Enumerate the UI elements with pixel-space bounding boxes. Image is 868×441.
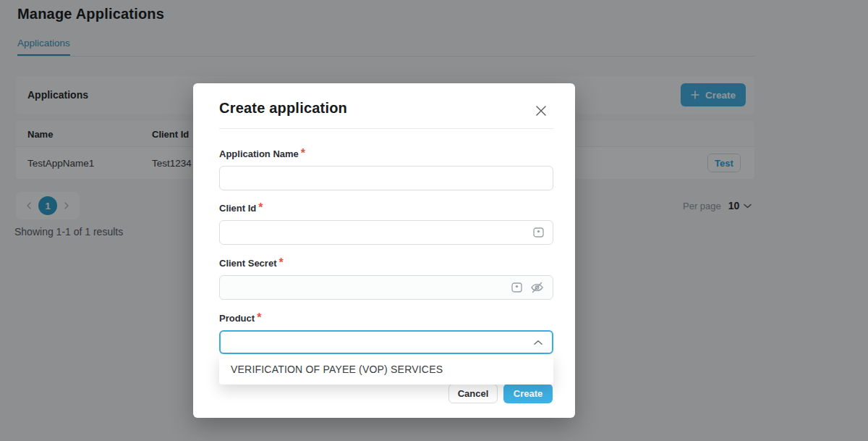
modal-header-divider <box>219 128 553 129</box>
client-secret-label: Client Secret <box>219 258 276 269</box>
manage-applications-page: Manage Applications Applications Applica… <box>0 0 868 441</box>
autofill-icon[interactable] <box>511 282 522 293</box>
create-submit-button[interactable]: Create <box>503 384 553 403</box>
product-label: Product <box>219 313 255 324</box>
client-id-input[interactable] <box>220 221 553 244</box>
product-select[interactable] <box>219 330 553 354</box>
client-secret-input[interactable] <box>220 276 553 299</box>
field-client-secret: Client Secret* <box>219 256 553 300</box>
chevron-up-icon <box>534 340 542 345</box>
client-id-label: Client Id <box>219 203 256 214</box>
product-dropdown-menu: VERIFICATION OF PAYEE (VOP) SERVICES <box>219 354 553 385</box>
modal-title: Create application <box>219 100 347 117</box>
field-application-name: Application Name* <box>219 147 553 190</box>
application-name-input-wrap <box>219 166 553 190</box>
field-product: Product* <box>219 311 553 354</box>
required-asterisk: * <box>258 201 263 214</box>
dropdown-option-vop-services[interactable]: VERIFICATION OF PAYEE (VOP) SERVICES <box>219 354 553 385</box>
required-asterisk: * <box>257 311 261 324</box>
close-icon <box>535 105 547 117</box>
create-application-modal: Create application Application Name* Cli… <box>193 83 575 418</box>
field-client-id: Client Id* <box>219 201 553 245</box>
toggle-password-visibility-button[interactable] <box>530 282 544 293</box>
application-name-input[interactable] <box>220 167 553 190</box>
modal-close-button[interactable] <box>534 104 548 118</box>
eye-slash-icon <box>530 282 544 293</box>
cancel-button[interactable]: Cancel <box>448 384 498 403</box>
application-name-label: Application Name <box>219 148 299 159</box>
autofill-icon[interactable] <box>533 227 544 238</box>
client-secret-input-wrap <box>219 275 553 300</box>
required-asterisk: * <box>301 147 305 159</box>
required-asterisk: * <box>278 256 283 269</box>
client-id-input-wrap <box>219 220 553 245</box>
